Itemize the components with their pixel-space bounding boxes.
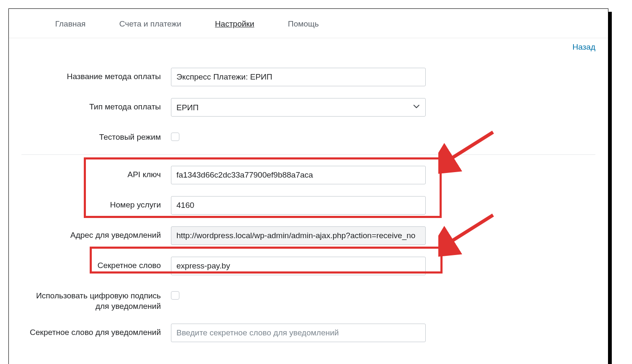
tab-main[interactable]: Главная — [55, 19, 85, 29]
input-api-key[interactable] — [171, 166, 426, 184]
input-service-number[interactable] — [171, 196, 426, 215]
label-method-name: Название метода оплаты — [21, 68, 171, 82]
row-use-signature: Использовать цифровую подпись для уведом… — [21, 287, 595, 312]
back-link-row: Назад — [9, 37, 608, 59]
checkbox-use-signature[interactable] — [171, 291, 179, 300]
row-notify-url: Адрес для уведомлений — [21, 226, 595, 245]
row-method-type: Тип метода оплаты ЕРИП — [21, 98, 595, 117]
tab-help[interactable]: Помощь — [288, 19, 319, 29]
input-method-name[interactable] — [171, 68, 426, 86]
input-notify-url[interactable] — [171, 226, 426, 245]
tab-accounts[interactable]: Счета и платежи — [119, 19, 181, 29]
checkbox-test-mode[interactable] — [171, 133, 179, 141]
row-api-key: API ключ — [21, 166, 595, 184]
label-notify-url: Адрес для уведомлений — [21, 226, 171, 241]
label-service-number: Номер услуги — [21, 196, 171, 210]
back-link[interactable]: Назад — [573, 43, 595, 52]
settings-panel: Главная Счета и платежи Настройки Помощь… — [8, 8, 608, 364]
row-secret-notify: Секретное слово для уведомлений — [21, 324, 595, 342]
select-method-type[interactable]: ЕРИП — [171, 98, 426, 117]
input-secret-notify[interactable] — [171, 324, 426, 342]
row-method-name: Название метода оплаты — [21, 68, 595, 86]
nav-tabs: Главная Счета и платежи Настройки Помощь — [9, 9, 608, 37]
divider — [21, 154, 595, 155]
label-secret-notify: Секретное слово для уведомлений — [21, 324, 171, 338]
tab-settings[interactable]: Настройки — [215, 19, 254, 29]
label-api-key: API ключ — [21, 166, 171, 180]
label-method-type: Тип метода оплаты — [21, 98, 171, 112]
row-secret-word: Секретное слово — [21, 257, 595, 275]
row-service-number: Номер услуги — [21, 196, 595, 215]
form-content: Название метода оплаты Тип метода оплаты… — [9, 59, 608, 364]
row-test-mode: Тестовый режим — [21, 128, 595, 143]
label-secret-word: Секретное слово — [21, 257, 171, 271]
label-test-mode: Тестовый режим — [21, 128, 171, 143]
input-secret-word[interactable] — [171, 257, 426, 275]
label-use-signature: Использовать цифровую подпись для уведом… — [21, 287, 171, 312]
